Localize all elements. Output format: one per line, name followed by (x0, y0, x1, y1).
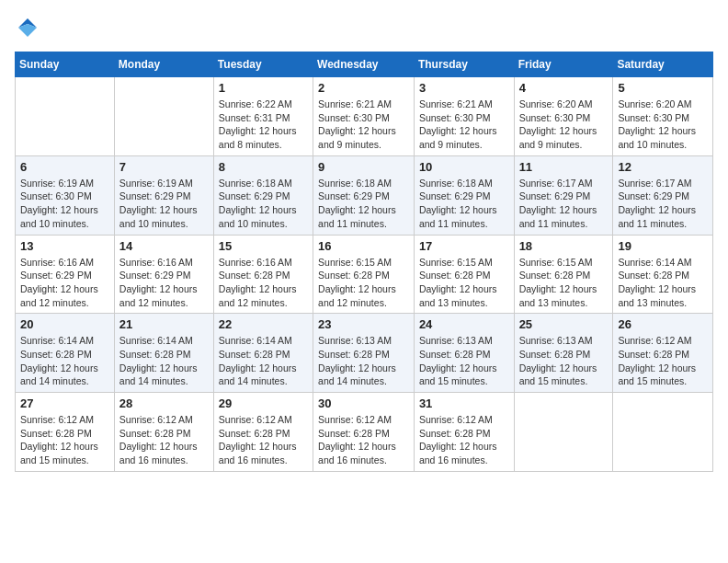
day-info: Sunrise: 6:18 AM Sunset: 6:29 PM Dayligh… (419, 178, 497, 229)
calendar-day-cell: 30 Sunrise: 6:12 AM Sunset: 6:28 PM Dayl… (313, 393, 415, 472)
day-number: 22 (219, 317, 308, 331)
calendar-day-cell: 23 Sunrise: 6:13 AM Sunset: 6:28 PM Dayl… (313, 314, 415, 393)
day-number: 13 (20, 239, 109, 253)
calendar-day-cell: 24 Sunrise: 6:13 AM Sunset: 6:28 PM Dayl… (414, 314, 514, 393)
weekday-header-cell: Sunday (16, 52, 115, 77)
day-number: 26 (618, 317, 708, 331)
day-number: 11 (519, 160, 609, 174)
calendar-day-cell: 15 Sunrise: 6:16 AM Sunset: 6:28 PM Dayl… (213, 235, 313, 314)
day-info: Sunrise: 6:21 AM Sunset: 6:30 PM Dayligh… (419, 98, 497, 150)
day-number: 15 (219, 239, 308, 253)
day-info: Sunrise: 6:14 AM Sunset: 6:28 PM Dayligh… (119, 335, 198, 386)
day-info: Sunrise: 6:12 AM Sunset: 6:28 PM Dayligh… (219, 414, 297, 465)
day-number: 2 (318, 81, 409, 95)
day-number: 10 (419, 160, 509, 174)
day-number: 30 (318, 396, 409, 410)
day-info: Sunrise: 6:16 AM Sunset: 6:29 PM Dayligh… (119, 257, 198, 308)
calendar-day-cell: 13 Sunrise: 6:16 AM Sunset: 6:29 PM Dayl… (16, 235, 115, 314)
calendar-day-cell: 29 Sunrise: 6:12 AM Sunset: 6:28 PM Dayl… (213, 393, 313, 472)
calendar-day-cell: 11 Sunrise: 6:17 AM Sunset: 6:29 PM Dayl… (514, 155, 613, 235)
day-number: 18 (519, 239, 609, 253)
day-info: Sunrise: 6:13 AM Sunset: 6:28 PM Dayligh… (519, 335, 597, 386)
day-number: 31 (419, 396, 509, 410)
day-info: Sunrise: 6:16 AM Sunset: 6:29 PM Dayligh… (20, 257, 98, 308)
calendar-week-row: 13 Sunrise: 6:16 AM Sunset: 6:29 PM Dayl… (16, 235, 713, 314)
day-info: Sunrise: 6:18 AM Sunset: 6:29 PM Dayligh… (318, 178, 396, 229)
day-info: Sunrise: 6:22 AM Sunset: 6:31 PM Dayligh… (219, 98, 297, 150)
day-number: 28 (119, 396, 209, 410)
weekday-header-cell: Wednesday (313, 52, 415, 77)
day-number: 3 (419, 81, 509, 95)
calendar-week-row: 20 Sunrise: 6:14 AM Sunset: 6:28 PM Dayl… (16, 314, 713, 393)
weekday-header-row: SundayMondayTuesdayWednesdayThursdayFrid… (16, 52, 713, 77)
day-number: 12 (618, 160, 708, 174)
day-info: Sunrise: 6:12 AM Sunset: 6:28 PM Dayligh… (20, 414, 98, 465)
day-number: 9 (318, 160, 409, 174)
calendar-day-cell: 19 Sunrise: 6:14 AM Sunset: 6:28 PM Dayl… (613, 235, 713, 314)
logo (15, 15, 44, 40)
day-number: 19 (618, 239, 708, 253)
day-number: 17 (419, 239, 509, 253)
calendar-day-cell: 12 Sunrise: 6:17 AM Sunset: 6:29 PM Dayl… (613, 155, 713, 235)
page-header (15, 15, 713, 40)
day-info: Sunrise: 6:12 AM Sunset: 6:28 PM Dayligh… (119, 414, 198, 465)
calendar-day-cell: 14 Sunrise: 6:16 AM Sunset: 6:29 PM Dayl… (114, 235, 213, 314)
calendar-day-cell: 22 Sunrise: 6:14 AM Sunset: 6:28 PM Dayl… (213, 314, 313, 393)
weekday-header-cell: Monday (114, 52, 213, 77)
day-info: Sunrise: 6:19 AM Sunset: 6:30 PM Dayligh… (20, 178, 98, 229)
day-number: 1 (219, 81, 308, 95)
day-info: Sunrise: 6:15 AM Sunset: 6:28 PM Dayligh… (419, 257, 497, 308)
day-info: Sunrise: 6:15 AM Sunset: 6:28 PM Dayligh… (318, 257, 396, 308)
day-number: 14 (119, 239, 209, 253)
calendar-day-cell: 25 Sunrise: 6:13 AM Sunset: 6:28 PM Dayl… (514, 314, 613, 393)
calendar-week-row: 6 Sunrise: 6:19 AM Sunset: 6:30 PM Dayli… (16, 155, 713, 235)
calendar-day-cell (514, 393, 613, 472)
calendar-day-cell: 8 Sunrise: 6:18 AM Sunset: 6:29 PM Dayli… (213, 155, 313, 235)
day-info: Sunrise: 6:20 AM Sunset: 6:30 PM Dayligh… (618, 98, 696, 150)
day-number: 7 (119, 160, 209, 174)
calendar-day-cell: 20 Sunrise: 6:14 AM Sunset: 6:28 PM Dayl… (16, 314, 115, 393)
calendar-day-cell: 21 Sunrise: 6:14 AM Sunset: 6:28 PM Dayl… (114, 314, 213, 393)
day-number: 24 (419, 317, 509, 331)
calendar-day-cell: 4 Sunrise: 6:20 AM Sunset: 6:30 PM Dayli… (514, 77, 613, 156)
day-info: Sunrise: 6:14 AM Sunset: 6:28 PM Dayligh… (20, 335, 98, 386)
day-number: 16 (318, 239, 409, 253)
calendar-week-row: 1 Sunrise: 6:22 AM Sunset: 6:31 PM Dayli… (16, 77, 713, 156)
calendar-body: 1 Sunrise: 6:22 AM Sunset: 6:31 PM Dayli… (16, 77, 713, 472)
day-number: 25 (519, 317, 609, 331)
calendar-day-cell: 26 Sunrise: 6:12 AM Sunset: 6:28 PM Dayl… (613, 314, 713, 393)
calendar-day-cell: 27 Sunrise: 6:12 AM Sunset: 6:28 PM Dayl… (16, 393, 115, 472)
calendar-day-cell (16, 77, 115, 156)
calendar-week-row: 27 Sunrise: 6:12 AM Sunset: 6:28 PM Dayl… (16, 393, 713, 472)
day-info: Sunrise: 6:21 AM Sunset: 6:30 PM Dayligh… (318, 98, 396, 150)
weekday-header-cell: Tuesday (213, 52, 313, 77)
day-info: Sunrise: 6:12 AM Sunset: 6:28 PM Dayligh… (318, 414, 396, 465)
day-number: 23 (318, 317, 409, 331)
day-info: Sunrise: 6:15 AM Sunset: 6:28 PM Dayligh… (519, 257, 597, 308)
day-info: Sunrise: 6:14 AM Sunset: 6:28 PM Dayligh… (618, 257, 696, 308)
calendar-day-cell: 1 Sunrise: 6:22 AM Sunset: 6:31 PM Dayli… (213, 77, 313, 156)
day-number: 21 (119, 317, 209, 331)
day-info: Sunrise: 6:17 AM Sunset: 6:29 PM Dayligh… (618, 178, 696, 229)
calendar-day-cell: 5 Sunrise: 6:20 AM Sunset: 6:30 PM Dayli… (613, 77, 713, 156)
day-number: 20 (20, 317, 109, 331)
day-number: 29 (219, 396, 308, 410)
calendar-day-cell: 17 Sunrise: 6:15 AM Sunset: 6:28 PM Dayl… (414, 235, 514, 314)
day-info: Sunrise: 6:18 AM Sunset: 6:29 PM Dayligh… (219, 178, 297, 229)
day-number: 6 (20, 160, 109, 174)
calendar-day-cell: 18 Sunrise: 6:15 AM Sunset: 6:28 PM Dayl… (514, 235, 613, 314)
day-number: 5 (618, 81, 708, 95)
calendar-day-cell: 7 Sunrise: 6:19 AM Sunset: 6:29 PM Dayli… (114, 155, 213, 235)
weekday-header-cell: Friday (514, 52, 613, 77)
calendar-day-cell (613, 393, 713, 472)
day-info: Sunrise: 6:20 AM Sunset: 6:30 PM Dayligh… (519, 98, 597, 150)
weekday-header-cell: Saturday (613, 52, 713, 77)
calendar-day-cell: 3 Sunrise: 6:21 AM Sunset: 6:30 PM Dayli… (414, 77, 514, 156)
day-info: Sunrise: 6:14 AM Sunset: 6:28 PM Dayligh… (219, 335, 297, 386)
day-info: Sunrise: 6:17 AM Sunset: 6:29 PM Dayligh… (519, 178, 597, 229)
day-number: 4 (519, 81, 609, 95)
calendar-day-cell: 6 Sunrise: 6:19 AM Sunset: 6:30 PM Dayli… (16, 155, 115, 235)
day-number: 27 (20, 396, 109, 410)
calendar-day-cell: 10 Sunrise: 6:18 AM Sunset: 6:29 PM Dayl… (414, 155, 514, 235)
calendar-day-cell: 28 Sunrise: 6:12 AM Sunset: 6:28 PM Dayl… (114, 393, 213, 472)
